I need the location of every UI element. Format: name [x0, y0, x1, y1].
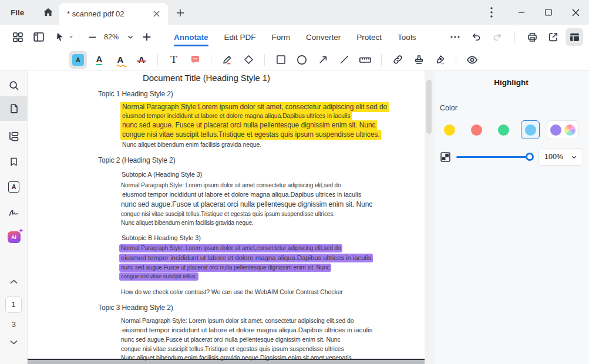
signature-scribble-icon: [7, 207, 21, 219]
document-text-line[interactable]: Subtopic B Heading Style 3): [122, 234, 201, 241]
grid-view-button[interactable]: [9, 29, 26, 45]
eraser-tool[interactable]: [240, 51, 257, 69]
document-text-line[interactable]: nunc sed augue.Fusce ut placerat orci nu…: [121, 336, 341, 343]
split-view-button[interactable]: [31, 29, 47, 45]
grid-view-icon: [12, 31, 24, 43]
opacity-slider[interactable]: [456, 148, 533, 166]
document-page[interactable]: Document Title (Heading Style 1)Topic 1 …: [28, 70, 425, 364]
document-text-line[interactable]: congue nisi vitae suscipit tellus.Tristi…: [121, 345, 344, 352]
document-text-line[interactable]: eiusmod tempor incididunt ut labore et d…: [122, 326, 372, 333]
menu-tabs: AnnotateEdit PDFFormConverterProtectTool…: [174, 25, 416, 49]
redo-button[interactable]: [489, 28, 506, 46]
highlight-tool[interactable]: A: [69, 51, 87, 69]
color-swatch-green[interactable]: [494, 120, 513, 139]
sidebar-item-annotations[interactable]: A: [0, 174, 28, 199]
pencil-tool[interactable]: [218, 51, 236, 69]
zoom-level[interactable]: 82%: [104, 33, 119, 41]
highlighted-text-line[interactable]: nunc sed augue. Fusce ut placerat orci n…: [120, 120, 377, 130]
comment-tool[interactable]: [186, 51, 204, 69]
undo-button[interactable]: [467, 28, 485, 46]
signature-tool[interactable]: [431, 51, 449, 69]
sidebar-item-bookmarks[interactable]: [0, 149, 28, 174]
document-text-line[interactable]: Normal Paragraph Style: Lorem ipsum dolo…: [121, 317, 354, 324]
document-text-line[interactable]: Subtopic A (Heading Style 3): [122, 171, 202, 178]
color-wheel-swatch[interactable]: [564, 124, 575, 136]
document-text-line[interactable]: Topic 1 Heading Style 2): [98, 90, 173, 98]
document-text-line[interactable]: Topic 3 Heading Style 2): [98, 304, 173, 312]
sidebar-item-page-thumbnails[interactable]: [0, 96, 28, 121]
underline-tool[interactable]: A: [90, 51, 108, 69]
document-text-line[interactable]: How do we check color contrast? We can u…: [121, 288, 343, 295]
link-tool[interactable]: [389, 51, 406, 69]
arrow-tool[interactable]: [314, 51, 332, 69]
line-tool[interactable]: [335, 51, 353, 69]
zoom-in-button[interactable]: [139, 29, 155, 45]
zoom-out-button[interactable]: [84, 29, 100, 45]
next-page-button[interactable]: [0, 339, 28, 345]
color-swatch-yellow[interactable]: [440, 120, 459, 139]
highlighted-text-line[interactable]: congue nisi vitae suscipit tellus.Tristi…: [120, 130, 381, 140]
tab-annotate[interactable]: Annotate: [174, 25, 208, 49]
tab-converter[interactable]: Converter: [306, 25, 341, 49]
close-window-button[interactable]: [562, 0, 589, 25]
sidebar-item-search[interactable]: [0, 73, 28, 97]
document-text-line[interactable]: Document Title (Heading Style 1): [143, 73, 270, 83]
color-swatch-red[interactable]: [467, 120, 486, 139]
show-annotations-tool[interactable]: [463, 51, 481, 69]
document-text-line[interactable]: Nunc aliquet bibendum enim facilisis gra…: [121, 354, 352, 361]
tab-protect[interactable]: Protect: [356, 25, 382, 49]
home-button[interactable]: [41, 5, 56, 20]
current-page-indicator[interactable]: 1: [5, 296, 22, 313]
new-tab-button[interactable]: [173, 6, 187, 20]
sidebar-item-outline[interactable]: [0, 124, 28, 149]
document-text-line[interactable]: nunc sed augue.Fusce ut placerat orci nu…: [121, 200, 372, 208]
color-swatch-blue[interactable]: [521, 120, 540, 139]
minimize-button[interactable]: [508, 0, 535, 25]
highlighted-text-line[interactable]: congue nisi vitae suscipit tellus.: [119, 272, 198, 281]
document-tab[interactable]: * scanned pdf 02: [59, 3, 168, 25]
strikethrough-tool[interactable]: A: [133, 51, 150, 69]
zoom-dropdown[interactable]: [122, 29, 139, 45]
vertical-scrollbar[interactable]: [425, 70, 433, 364]
sidebar-item-signature[interactable]: [0, 200, 28, 225]
stamp-tool[interactable]: [410, 51, 428, 69]
tab-form[interactable]: Form: [272, 25, 291, 49]
sidebar-item-ai-assistant[interactable]: AI✦: [0, 225, 28, 250]
overflow-menu-button[interactable]: [480, 0, 503, 25]
highlighted-text-line[interactable]: eiusmod tempor incididunt ut labore et d…: [119, 254, 373, 262]
document-text-line[interactable]: Topic 2 (Heading Style 2): [98, 156, 176, 164]
highlighted-text-line[interactable]: Normal Paragraph Style:Lorem ipsum dolor…: [120, 102, 389, 112]
ellipse-icon: [295, 53, 308, 66]
previous-page-button[interactable]: [0, 279, 28, 285]
color-swatch-purple[interactable]: [550, 124, 561, 136]
tab-edit-pdf[interactable]: Edit PDF: [224, 25, 256, 49]
share-button[interactable]: [544, 28, 562, 46]
document-text-line[interactable]: congue nisi vitae suscipit tellus.Tristi…: [121, 211, 335, 217]
more-tools-button[interactable]: [446, 28, 464, 46]
scrollbar-thumb[interactable]: [426, 80, 432, 134]
highlighted-text-line[interactable]: nunc sed augue.Fusce ut placerat orci nu…: [119, 264, 331, 272]
print-button[interactable]: [523, 28, 541, 46]
select-tool-button[interactable]: [52, 29, 68, 45]
highlighted-text-line[interactable]: eiusmod tempor incididunt ut labore et d…: [120, 112, 352, 120]
tab-close-button[interactable]: [150, 8, 162, 20]
document-text-line[interactable]: eiusmod tempor incididunt ut labore et d…: [122, 191, 361, 198]
panel-layout-button[interactable]: [566, 28, 583, 46]
plus-icon: [176, 9, 184, 17]
opacity-dropdown[interactable]: 100%: [538, 149, 583, 166]
add-text-tool[interactable]: T: [165, 51, 183, 69]
cursor-dropdown-caret[interactable]: [68, 34, 74, 40]
highlighted-text-line[interactable]: Normal Paragraph Style: Lorem ipsum dolo…: [119, 244, 342, 252]
slider-knob[interactable]: [526, 153, 534, 161]
document-text-line[interactable]: Nunc aliquet bibendum enim facilisis gra…: [122, 141, 261, 148]
measure-tool[interactable]: [356, 51, 374, 69]
squiggly-underline-tool[interactable]: A: [112, 51, 129, 69]
ellipse-tool[interactable]: [293, 51, 311, 69]
file-menu[interactable]: File: [11, 8, 24, 17]
rectangle-tool[interactable]: [272, 51, 290, 69]
document-text-line[interactable]: Nunc aliquet bibendum enim facilisis gra…: [121, 220, 254, 226]
maximize-button[interactable]: [535, 0, 562, 25]
document-text-line[interactable]: Normal Paragraph Style: Lorem ipsum dolo…: [121, 182, 341, 188]
tab-tools[interactable]: Tools: [398, 25, 416, 49]
blue-color-dot: [525, 124, 536, 136]
